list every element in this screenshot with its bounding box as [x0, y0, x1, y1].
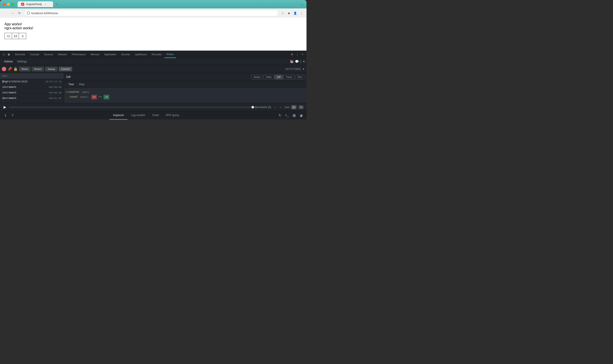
reset-button[interactable]: Reset	[19, 67, 30, 71]
tab-log-monitor[interactable]: Log monitor	[128, 111, 148, 120]
subtab-settings[interactable]: Settings	[15, 58, 29, 65]
pin-icon[interactable]: 📌	[8, 67, 12, 71]
tab-rtk-query[interactable]: RTK Query	[162, 111, 183, 120]
subtab-actions[interactable]: Actions	[2, 58, 15, 65]
menu-icon[interactable]: ⋮	[299, 11, 304, 15]
tab-console[interactable]: Console	[28, 51, 41, 58]
tree-row-root: ▼ counter (pin)	[66, 90, 304, 95]
filter-input[interactable]	[0, 73, 64, 79]
speed-2x-button[interactable]: 2x	[298, 105, 304, 109]
bookmark-icon[interactable]: ☆	[280, 11, 285, 15]
tab-recorder[interactable]: Recorder	[149, 51, 164, 58]
bottom-left: ⇓ ⇧	[3, 113, 15, 118]
tree-subtab[interactable]: Tree	[66, 81, 76, 88]
decrement-button[interactable]: -1	[19, 33, 26, 39]
new-tab-button[interactable]: +	[54, 1, 59, 7]
browser-tab[interactable]: A AngularStudy ×	[18, 1, 53, 7]
tab-close-button[interactable]: ×	[44, 3, 47, 6]
lock-icon[interactable]: 🔒	[13, 67, 18, 71]
tab-end: ⌄	[61, 2, 304, 6]
raw-subtab[interactable]: Raw	[77, 81, 87, 88]
tab-chart[interactable]: Chart	[149, 111, 162, 120]
forward-button[interactable]: →	[10, 11, 15, 16]
chat-icon[interactable]: 💬	[295, 60, 299, 63]
trace-btn[interactable]: Trace	[283, 75, 294, 79]
title-bar: A AngularStudy × + ⌄	[0, 0, 306, 8]
diff-btn[interactable]: Diff	[275, 75, 283, 79]
book-icon[interactable]: 📚	[290, 60, 294, 63]
browser-window: A AngularStudy × + ⌄ ← → ↻ localhost:420…	[0, 0, 306, 182]
refresh-button[interactable]: ↻	[17, 11, 22, 16]
action-item-1[interactable]: increment +00:00.89	[0, 85, 64, 90]
state-btn[interactable]: State	[263, 75, 274, 79]
devtools: ▢ ▣ Elements Console Sources Network Per…	[0, 51, 306, 119]
action-list: @ngrx/store/init 10:57:14.71 increment +…	[0, 79, 64, 103]
counter-row: +1 13 -1	[4, 33, 302, 39]
tab-expand-icon[interactable]: ⌄	[299, 2, 304, 6]
next-button[interactable]: ›	[278, 105, 283, 109]
tab-lighthouse[interactable]: Lighthouse	[133, 51, 149, 58]
terminal-icon[interactable]: >_	[284, 113, 290, 118]
extensions-icon[interactable]: ■	[287, 11, 291, 15]
tab-elements[interactable]: Elements	[13, 51, 27, 58]
heart-icon[interactable]: ♥	[303, 60, 305, 63]
tab-redux[interactable]: Redux	[164, 51, 176, 58]
tab-performance[interactable]: Performance	[69, 51, 88, 58]
address-bar[interactable]: localhost:4200/home	[24, 10, 279, 16]
nav-actions: ☆ ■ 👤 ⋮	[280, 11, 304, 15]
action-time-2: +00:00.50	[48, 91, 62, 94]
back-button[interactable]: ←	[3, 11, 8, 16]
tab-sources[interactable]: Sources	[42, 51, 55, 58]
grid-icon[interactable]: ▦	[291, 113, 297, 118]
sweep-button[interactable]: Sweep	[45, 67, 57, 71]
inspect-icon[interactable]: ▢	[2, 52, 6, 56]
device-icon[interactable]: ▣	[7, 52, 11, 56]
tab-memory[interactable]: Memory	[88, 51, 102, 58]
inspector-panel-title: Diff	[66, 75, 70, 78]
commit-button[interactable]: Commit	[59, 67, 72, 71]
tab-application[interactable]: Application	[102, 51, 119, 58]
inspector-panel: Diff Action State Diff Trace Test Tree R…	[64, 73, 306, 103]
action-item-3[interactable]: decrement +00:01.61	[0, 96, 64, 101]
action-item-2[interactable]: increment +00:00.50	[0, 90, 64, 96]
devtools-main: @ngrx/store/init 10:57:14.71 increment +…	[0, 73, 306, 103]
download-icon[interactable]: ⇓	[3, 113, 8, 118]
tab-network[interactable]: Network	[56, 51, 69, 58]
timeline-bar: ▶ decrement (5) ‹ › Live 1x 2x	[0, 103, 306, 111]
timeline-live-label: Live	[284, 106, 289, 109]
refresh-state-icon[interactable]: ↻	[277, 113, 282, 118]
close-traffic-light[interactable]	[3, 3, 6, 6]
tree-arrow-icon[interactable]: ▼	[66, 90, 67, 94]
tab-inspector[interactable]: Inspector	[109, 111, 128, 120]
increment-button[interactable]: +1	[4, 33, 12, 39]
devtools-close-icon[interactable]: ×	[300, 52, 305, 57]
toolbar-expand-icon[interactable]: ▼	[302, 68, 305, 70]
tree-root-pin: (pin)	[80, 90, 89, 94]
settings-icon[interactable]: ⚙	[290, 52, 294, 57]
action-name-1: increment	[2, 86, 17, 89]
action-btn[interactable]: Action	[252, 75, 263, 79]
tree-root-key: counter	[68, 90, 80, 95]
action-item-4[interactable]: increment +00:02.62	[0, 101, 64, 103]
upload-icon[interactable]: ⇧	[10, 113, 15, 118]
inspector-subtabs: Tree Raw	[64, 81, 306, 88]
tab-favicon: A	[21, 3, 24, 6]
bottom-right: ↻ >_ ▦ ◕	[277, 113, 304, 118]
timeline-action-name: decrement (5)	[254, 106, 271, 109]
test-btn[interactable]: Test	[295, 75, 304, 79]
broadcast-icon[interactable]: ◕	[298, 113, 304, 118]
more-icon[interactable]: ⋮	[295, 52, 299, 57]
minimize-traffic-light[interactable]	[7, 3, 10, 6]
prev-button[interactable]: ‹	[273, 105, 277, 109]
record-button[interactable]	[2, 67, 6, 71]
twitter-icon[interactable]: 𝕣	[300, 60, 302, 63]
action-time-1: +00:00.89	[48, 86, 62, 89]
timeline-track[interactable]	[9, 107, 253, 108]
action-item-0[interactable]: @ngrx/store/init 10:57:14.71	[0, 79, 64, 85]
profile-icon[interactable]: 👤	[293, 11, 298, 15]
play-button[interactable]: ▶	[3, 105, 7, 109]
speed-1x-button[interactable]: 1x	[291, 105, 297, 109]
revert-button[interactable]: Revert	[32, 67, 44, 71]
tab-security[interactable]: Security	[119, 51, 132, 58]
maximize-traffic-light[interactable]	[11, 3, 14, 6]
